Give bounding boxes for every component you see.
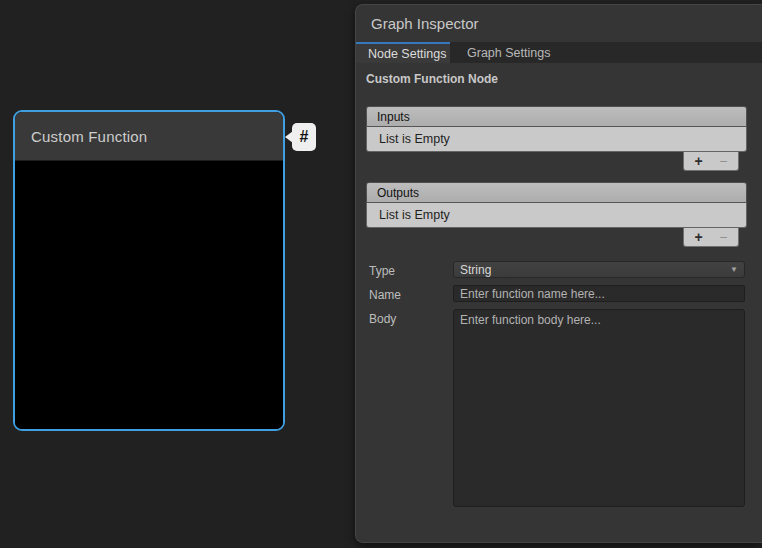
- body-label: Body: [369, 312, 396, 326]
- inputs-list-body: List is Empty: [366, 127, 747, 152]
- type-dropdown-value: String: [460, 263, 730, 277]
- badge-tail: [285, 131, 293, 143]
- function-body-textarea[interactable]: [453, 309, 745, 507]
- node-hash-badge[interactable]: #: [292, 123, 316, 151]
- shader-graph-window: Custom Function # Graph Inspector Node S…: [0, 0, 762, 548]
- function-name-input[interactable]: [453, 285, 745, 302]
- tab-node-settings[interactable]: Node Settings: [356, 42, 450, 63]
- tab-label: Node Settings: [368, 47, 447, 61]
- panel-header[interactable]: Graph Inspector: [356, 5, 762, 42]
- outputs-list-header[interactable]: Outputs: [366, 182, 747, 203]
- outputs-list-footer: + −: [683, 228, 739, 247]
- node-title: Custom Function: [31, 128, 147, 145]
- graph-inspector-panel: Graph Inspector Node Settings Graph Sett…: [355, 4, 762, 543]
- inputs-list: Inputs List is Empty + −: [366, 106, 747, 171]
- panel-title: Graph Inspector: [371, 15, 479, 32]
- inputs-add-button[interactable]: +: [689, 153, 709, 170]
- outputs-remove-button[interactable]: −: [713, 229, 733, 246]
- inputs-empty-label: List is Empty: [379, 132, 450, 146]
- outputs-add-button[interactable]: +: [689, 229, 709, 246]
- outputs-list-body: List is Empty: [366, 203, 747, 228]
- chevron-down-icon: ▼: [730, 265, 738, 274]
- node-title-bar[interactable]: Custom Function: [15, 112, 283, 161]
- tab-label: Graph Settings: [467, 46, 550, 60]
- outputs-list: Outputs List is Empty + −: [366, 182, 747, 247]
- node-settings-content: Custom Function Node Inputs List is Empt…: [356, 67, 762, 542]
- inputs-list-footer: + −: [683, 152, 739, 171]
- tab-graph-settings[interactable]: Graph Settings: [450, 42, 562, 63]
- name-label: Name: [369, 288, 401, 302]
- type-label: Type: [369, 264, 395, 278]
- node-settings-heading: Custom Function Node: [366, 72, 498, 86]
- node-preview-body: [15, 162, 283, 429]
- outputs-list-title: Outputs: [377, 186, 419, 200]
- inputs-list-header[interactable]: Inputs: [366, 106, 747, 127]
- tab-bar: Node Settings Graph Settings: [356, 42, 762, 63]
- custom-function-node[interactable]: Custom Function: [13, 110, 285, 431]
- inputs-remove-button[interactable]: −: [713, 153, 733, 170]
- outputs-empty-label: List is Empty: [379, 208, 450, 222]
- type-dropdown[interactable]: String ▼: [453, 261, 745, 278]
- inputs-list-title: Inputs: [377, 110, 410, 124]
- hash-icon: #: [300, 128, 309, 146]
